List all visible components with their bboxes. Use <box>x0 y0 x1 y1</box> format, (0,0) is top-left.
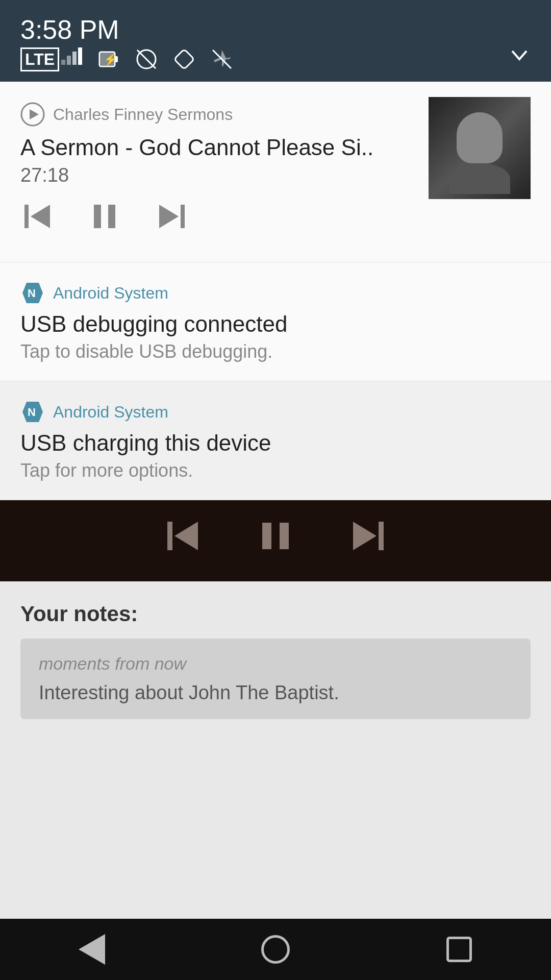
svg-marker-9 <box>30 109 39 119</box>
main-content: Charles Finney Sermons now ▲ A Sermon - … <box>0 82 551 980</box>
svg-rect-15 <box>181 205 185 228</box>
svg-text:⚡: ⚡ <box>104 53 118 66</box>
notes-card[interactable]: moments from now Interesting about John … <box>20 639 531 719</box>
player-prev-button[interactable] <box>163 516 204 566</box>
svg-marker-14 <box>159 205 179 228</box>
signal-bar-3 <box>72 52 77 65</box>
pause-button[interactable] <box>87 199 122 241</box>
nav-recent-button[interactable] <box>439 929 480 970</box>
thumbnail-image <box>429 97 531 199</box>
usb-charge-header: N Android System <box>20 400 531 424</box>
back-icon <box>79 934 105 965</box>
nav-bar <box>0 919 551 980</box>
prev-button[interactable] <box>20 199 56 241</box>
signal-bars <box>61 46 82 65</box>
svg-rect-12 <box>94 205 101 228</box>
note-timestamp: moments from now <box>39 654 512 674</box>
home-icon <box>261 935 290 964</box>
svg-rect-20 <box>262 523 271 549</box>
svg-rect-10 <box>24 205 29 228</box>
status-icons: LTE ⚡ <box>20 46 233 71</box>
next-button[interactable] <box>153 199 189 241</box>
svg-rect-21 <box>280 523 289 549</box>
player-pause-button[interactable] <box>255 516 296 566</box>
player-next-button[interactable] <box>347 516 388 566</box>
usb-debug-app-name: Android System <box>53 284 168 303</box>
status-time: 3:58 PM <box>20 14 119 45</box>
svg-marker-22 <box>353 522 377 550</box>
lte-label: LTE <box>20 47 59 71</box>
dnd-off-icon <box>135 48 158 70</box>
usb-charge-title: USB charging this device <box>20 430 531 456</box>
media-thumbnail <box>429 97 531 199</box>
notification-panel: Charles Finney Sermons now ▲ A Sermon - … <box>0 82 551 500</box>
svg-rect-6 <box>174 49 194 69</box>
status-bar: 3:58 PM LTE ⚡ <box>0 0 551 82</box>
signal-bar-1 <box>61 60 65 65</box>
media-notification[interactable]: Charles Finney Sermons now ▲ A Sermon - … <box>0 82 551 262</box>
usb-debug-title: USB debugging connected <box>20 311 531 337</box>
nav-back-button[interactable] <box>71 929 112 970</box>
svg-rect-23 <box>379 522 384 550</box>
usb-charge-subtitle: Tap for more options. <box>20 460 531 481</box>
svg-rect-18 <box>167 522 172 550</box>
notes-label: Your notes: <box>20 602 531 626</box>
usb-debug-header: N Android System <box>20 281 531 305</box>
usb-charge-notification[interactable]: N Android System USB charging this devic… <box>0 381 551 500</box>
media-app-name: Charles Finney Sermons <box>53 105 477 124</box>
svg-marker-19 <box>174 522 198 550</box>
airplane-mode-icon <box>211 48 233 70</box>
portrait-silhouette <box>449 107 510 189</box>
svg-rect-13 <box>108 205 115 228</box>
signal-bar-4 <box>78 47 82 65</box>
battery-charging-icon: ⚡ <box>97 48 120 70</box>
recent-icon <box>446 937 472 962</box>
svg-marker-11 <box>31 205 50 228</box>
svg-text:N: N <box>28 406 36 419</box>
android-n-icon-charge: N <box>20 400 45 424</box>
signal-bar-2 <box>67 56 71 65</box>
bottom-player <box>0 500 551 581</box>
usb-debug-subtitle: Tap to disable USB debugging. <box>20 341 531 362</box>
media-controls <box>20 199 531 241</box>
play-icon <box>20 102 45 127</box>
face-body <box>449 163 510 194</box>
face-head <box>457 112 503 163</box>
android-n-icon-debug: N <box>20 281 45 305</box>
rotation-lock-icon <box>173 48 195 70</box>
nav-home-button[interactable] <box>255 929 296 970</box>
svg-text:N: N <box>28 287 36 300</box>
note-content: Interesting about John The Baptist. <box>39 682 512 704</box>
dropdown-icon[interactable] <box>508 44 531 71</box>
usb-debug-notification[interactable]: N Android System USB debugging connected… <box>0 262 551 381</box>
lte-icon: LTE <box>20 46 82 71</box>
usb-charge-app-name: Android System <box>53 403 168 422</box>
